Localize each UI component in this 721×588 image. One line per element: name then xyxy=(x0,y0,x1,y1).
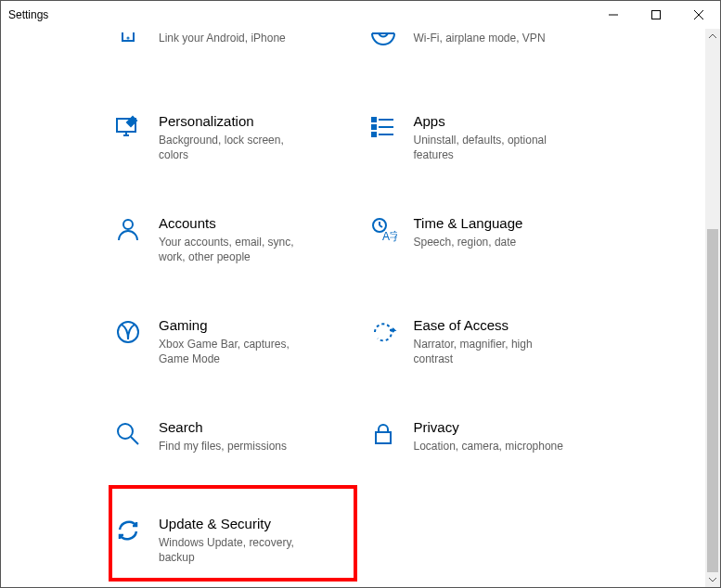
settings-body: Link your Android, iPhone Wi-Fi, airplan… xyxy=(1,29,705,587)
settings-grid: Link your Android, iPhone Wi-Fi, airplan… xyxy=(112,29,594,565)
sync-icon xyxy=(112,515,144,546)
tile-sub: Link your Android, iPhone xyxy=(159,31,316,45)
svg-line-22 xyxy=(131,437,138,444)
close-button[interactable] xyxy=(677,1,720,29)
xbox-icon xyxy=(112,316,144,348)
tile-privacy[interactable]: Privacy Location, camera, microphone xyxy=(367,418,595,454)
window-title: Settings xyxy=(8,8,592,21)
tile-network[interactable]: Wi-Fi, airplane mode, VPN xyxy=(367,29,595,60)
tile-search[interactable]: Search Find my files, permissions xyxy=(112,418,340,454)
svg-rect-11 xyxy=(372,125,376,129)
personalization-icon xyxy=(112,112,144,144)
tile-gaming[interactable]: Gaming Xbox Game Bar, captures, Game Mod… xyxy=(112,316,340,366)
globe-icon xyxy=(367,29,399,60)
lock-icon xyxy=(367,418,399,450)
tile-update-security[interactable]: Update & Security Windows Update, recove… xyxy=(112,515,340,565)
svg-text:A字: A字 xyxy=(382,230,397,243)
scroll-down-arrow[interactable] xyxy=(705,572,720,587)
settings-window: Settings Li xyxy=(0,0,721,588)
scroll-up-arrow[interactable] xyxy=(705,29,720,44)
tile-sub: Find my files, permissions xyxy=(159,439,316,454)
tile-sub: Your accounts, email, sync, work, other … xyxy=(159,235,316,264)
tile-sub: Background, lock screen, colors xyxy=(159,133,316,162)
tile-heading: Gaming xyxy=(159,316,340,335)
tile-sub: Location, camera, microphone xyxy=(414,439,572,454)
tile-sub: Xbox Game Bar, captures, Game Mode xyxy=(159,337,316,366)
tile-sub: Speech, region, date xyxy=(414,235,572,249)
tile-phone[interactable]: Link your Android, iPhone xyxy=(112,29,340,60)
svg-rect-23 xyxy=(376,432,391,443)
tile-heading: Accounts xyxy=(159,214,340,233)
minimize-button[interactable] xyxy=(592,1,635,29)
tile-time-language[interactable]: A字 Time & Language Speech, region, date xyxy=(367,214,595,264)
tile-sub: Wi-Fi, airplane mode, VPN xyxy=(414,31,572,45)
tile-sub: Narrator, magnifier, high contrast xyxy=(414,337,572,366)
tile-heading: Ease of Access xyxy=(414,316,595,335)
ease-of-access-icon xyxy=(367,316,399,348)
window-controls xyxy=(592,1,720,29)
tile-heading: Apps xyxy=(414,112,595,131)
svg-rect-13 xyxy=(372,133,376,136)
svg-rect-9 xyxy=(372,118,376,121)
tile-apps[interactable]: Apps Uninstall, defaults, optional featu… xyxy=(367,112,595,162)
tile-heading: Privacy xyxy=(414,418,595,437)
titlebar[interactable]: Settings xyxy=(1,1,720,29)
scroll-thumb[interactable] xyxy=(707,229,718,572)
tile-heading: Personalization xyxy=(159,112,340,131)
tile-heading: Time & Language xyxy=(414,214,595,233)
maximize-button[interactable] xyxy=(635,1,677,29)
tile-sub: Windows Update, recovery, backup xyxy=(159,535,316,565)
person-icon xyxy=(112,214,144,246)
time-language-icon: A字 xyxy=(367,214,399,246)
apps-icon xyxy=(367,112,399,144)
phone-icon xyxy=(112,29,144,60)
tile-personalization[interactable]: Personalization Background, lock screen,… xyxy=(112,112,340,162)
svg-point-4 xyxy=(128,38,129,39)
search-icon xyxy=(112,418,144,450)
tile-heading: Search xyxy=(159,418,340,437)
vertical-scrollbar[interactable] xyxy=(705,29,720,587)
tile-ease-of-access[interactable]: Ease of Access Narrator, magnifier, high… xyxy=(367,316,595,366)
tile-sub: Uninstall, defaults, optional features xyxy=(414,133,572,162)
tile-accounts[interactable]: Accounts Your accounts, email, sync, wor… xyxy=(112,214,340,264)
svg-line-18 xyxy=(380,225,382,227)
svg-point-15 xyxy=(123,220,133,229)
svg-point-21 xyxy=(118,424,133,439)
tile-heading: Update & Security xyxy=(159,515,340,533)
svg-rect-1 xyxy=(652,11,661,19)
